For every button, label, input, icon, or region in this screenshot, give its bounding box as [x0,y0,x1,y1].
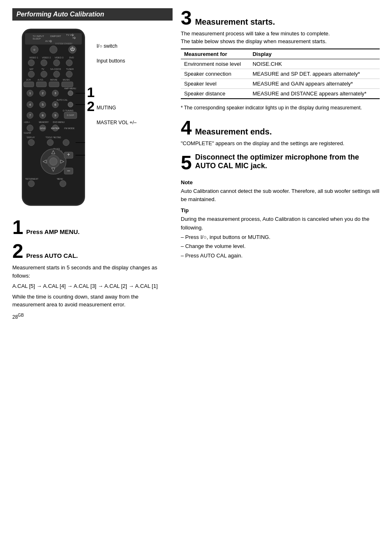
svg-text:1: 1 [87,84,95,100]
svg-rect-35 [24,82,34,87]
svg-text:2CH: 2CH [26,79,31,81]
svg-text:VIDEO 2: VIDEO 2 [42,56,51,59]
svg-text:TV I/⏻: TV I/⏻ [66,33,74,36]
svg-text:TV: TV [42,68,44,70]
svg-text:°MENU: °MENU [57,178,63,180]
svg-point-19 [28,60,34,66]
table-col1-header: Measurement for [181,49,249,59]
step2-block: 2 Press AUTO CAL. Measurement starts in … [12,241,173,309]
note-section: Note Auto Calibration cannot detect the … [181,179,380,203]
svg-text:+: + [67,152,70,158]
svg-text:5: 5 [42,103,44,107]
svg-point-30 [66,71,72,77]
svg-rect-38 [62,82,73,87]
svg-text:SYSTEM STANDBY: SYSTEM STANDBY [55,43,73,45]
svg-text:MUSIC: MUSIC [63,79,70,81]
section-header: Performing Auto Calibration [12,8,173,21]
step2-body3: While the time is counting down, stand a… [12,293,173,309]
table-cell-measurement: Speaker distance [181,89,249,99]
step2-label: Press AUTO CAL. [26,252,78,259]
svg-rect-36 [36,82,46,87]
table-cell-display: NOISE.CHK [249,59,380,69]
page-container: Performing Auto Calibration TV INPUT SLE… [12,8,380,320]
svg-text:3: 3 [54,91,56,95]
step2-body: Measurement starts in 5 seconds and the … [12,264,173,309]
step2-number: 2 [12,241,25,261]
svg-text:AMP MENU: AMP MENU [64,87,76,90]
step1-label: Press AMP MENU. [26,228,80,235]
callout-switch: I/○ switch [97,43,136,49]
step3-body1: The measurement process will take a few … [181,30,380,37]
svg-text:>10/-/-: >10/-/- [24,121,30,123]
measurement-table: Measurement for Display Environment nois… [181,49,380,99]
svg-text:D.SKIP: D.SKIP [67,114,74,116]
table-cell-measurement: Speaker level [181,79,249,89]
tip-item: – Press I/○, input buttons or MUTING. [181,233,380,242]
svg-text:DVD MENU: DVD MENU [53,121,65,123]
tip-section: Tip During the measurement process, Auto… [181,207,380,260]
step5-number: 5 [181,153,192,173]
svg-point-22 [66,60,72,66]
svg-point-20 [41,60,47,66]
tip-title: Tip [181,207,380,213]
svg-text:AUTO CAL: AUTO CAL [57,99,68,101]
svg-text:MEMORY: MEMORY [39,121,49,123]
remote-svg: TV INPUT SLEEP DMPORT TV I/⏻ I/⏻ AV I/⏻ … [12,25,95,209]
table-row: Speaker levelMEASURE and GAIN appears al… [181,79,380,89]
step4-body: "COMPLETE" appears on the display and th… [181,140,380,146]
table-cell-display: MEASURE and GAIN appears alternately* [249,79,380,89]
step4-title: Measurement ends. [195,127,272,137]
svg-text:SA-CD/CD: SA-CD/CD [50,68,61,70]
svg-text:△: △ [52,149,56,155]
table-row: Speaker distanceMEASURE and DISTANCE app… [181,89,380,99]
note-body: Auto Calibration cannot detect the sub w… [181,187,380,203]
svg-point-27 [28,71,34,77]
svg-text:SLEEP: SLEEP [32,37,41,40]
svg-point-11 [50,46,57,53]
svg-text:°RETURN/EXIT: °RETURN/EXIT [25,178,39,180]
callout-muting: MUTING [97,105,136,111]
svg-text:0/10: 0/10 [40,127,46,130]
tip-items: – Press I/○, input buttons or MUTING.– C… [181,233,380,260]
svg-point-78 [28,139,34,146]
step4-block: 4 Measurement ends. "COMPLETE" appears o… [181,118,380,146]
step2-body2: A.CAL [5] → A.CAL [4] → A.CAL [3] → A.CA… [12,282,173,290]
step3-number: 3 [181,8,192,28]
svg-text:8: 8 [42,114,44,117]
svg-text:D.TUNING: D.TUNING [63,109,74,112]
svg-text:6: 6 [54,103,56,107]
svg-text:2: 2 [42,91,44,95]
table-col2-header: Display [249,49,380,59]
svg-text:7: 7 [29,114,31,117]
table-row: Speaker connectionMEASURE and SP DET. ap… [181,69,380,79]
left-column: Performing Auto Calibration TV INPUT SLE… [12,8,173,320]
svg-point-95 [50,158,57,165]
remote-image: TV INPUT SLEEP DMPORT TV I/⏻ I/⏻ AV I/⏻ … [12,25,95,210]
step1-number: 1 [12,218,25,237]
page-number: 28GB [12,313,173,320]
svg-point-28 [41,71,47,77]
svg-point-46 [68,90,73,95]
callout-input: Input buttons [97,58,136,64]
svg-point-99 [60,181,66,187]
table-cell-display: MEASURE and SP DET. appears alternately* [249,69,380,79]
svg-text:SAT: SAT [30,68,34,70]
remote-diagram-container: TV INPUT SLEEP DMPORT TV I/⏻ I/⏻ AV I/⏻ … [12,25,173,210]
right-column: 3 Measurement starts. The measurement pr… [181,8,380,320]
table-cell-measurement: Environment noise level [181,59,249,69]
svg-text:FM MODE: FM MODE [64,127,75,130]
svg-text:°TOOLS °MUTING: °TOOLS °MUTING [45,137,61,139]
svg-point-21 [53,60,60,66]
svg-text:1: 1 [29,91,31,95]
svg-text:▽: ▽ [52,167,56,172]
svg-text:⊙: ⊙ [33,48,35,51]
tip-item: – Change the volume level. [181,242,380,251]
svg-text:2: 2 [87,98,95,114]
svg-text:A.F.D.: A.F.D. [38,79,44,81]
svg-text:–: – [67,168,70,174]
callout-master-vol: MASTER VOL +/– [97,120,136,125]
svg-text:I/⏻: I/⏻ [72,37,76,39]
step3-block: 3 Measurement starts. The measurement pr… [181,8,380,111]
svg-text:9: 9 [54,114,56,117]
table-row: Environment noise levelNOISE.CHK [181,59,380,69]
